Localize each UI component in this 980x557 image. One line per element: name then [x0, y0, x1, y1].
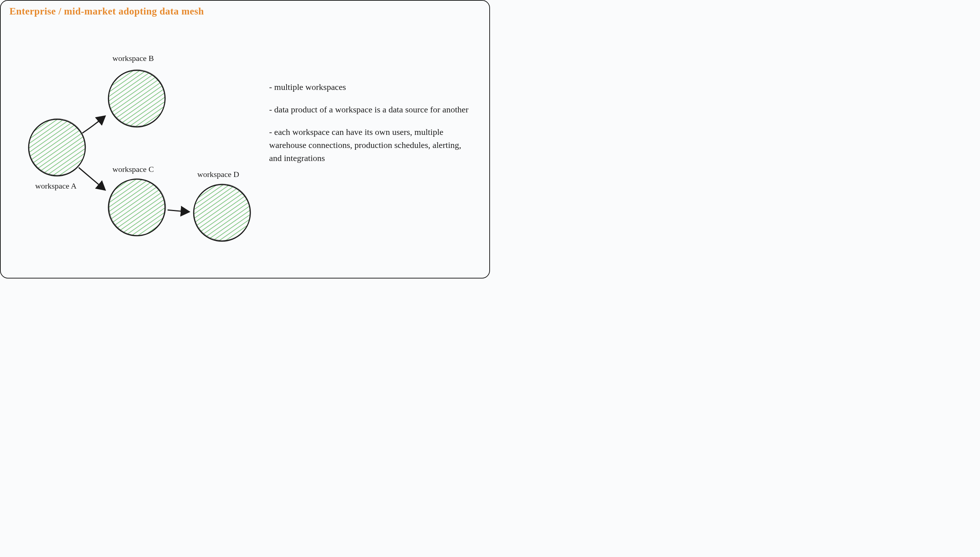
- workspace-d-label: workspace D: [197, 170, 239, 179]
- workspace-a-label: workspace A: [35, 181, 77, 191]
- diagram-title: Enterprise / mid-market adopting data me…: [10, 6, 204, 17]
- edge-c-d: [168, 210, 189, 212]
- bullet-2: - data product of a workspace is a data …: [269, 103, 472, 116]
- edge-a-c: [79, 168, 105, 190]
- workspace-b-node: [109, 70, 165, 127]
- workspace-d-node: [194, 184, 251, 241]
- workspace-b-label: workspace B: [112, 54, 154, 63]
- diagram-frame: Enterprise / mid-market adopting data me…: [0, 0, 490, 278]
- description-list: - multiple workspaces - data product of …: [269, 80, 472, 174]
- workspace-c-node: [109, 179, 166, 236]
- workspace-graph: workspace A workspace B workspace C work…: [15, 33, 262, 258]
- workspace-c-label: workspace C: [112, 164, 154, 174]
- bullet-1: - multiple workspaces: [269, 80, 472, 94]
- bullet-3: - each workspace can have its own users,…: [269, 125, 472, 164]
- edge-a-b: [82, 116, 105, 133]
- workspace-a-node: [29, 119, 86, 176]
